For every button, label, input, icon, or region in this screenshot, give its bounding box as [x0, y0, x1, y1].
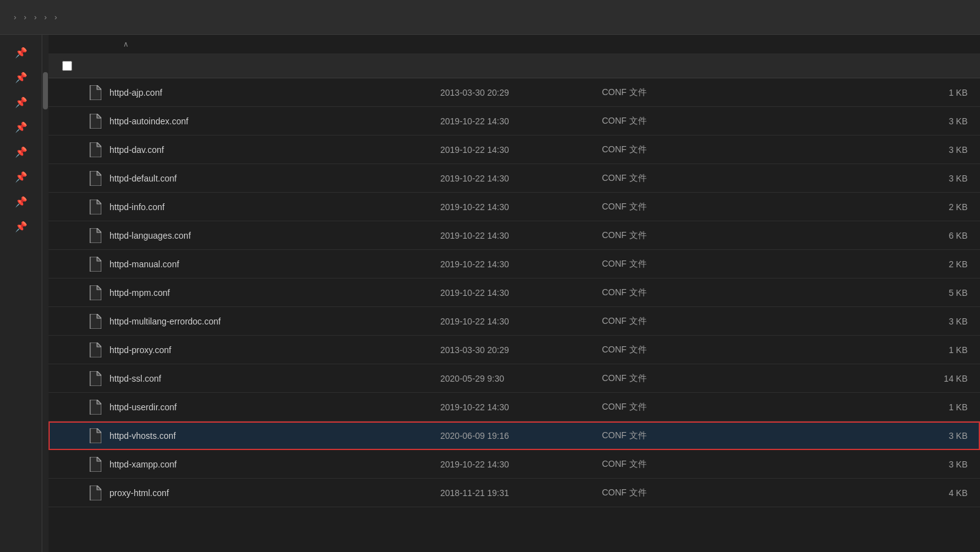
file-date: 2013-03-30 20:29	[440, 88, 602, 98]
file-size: 3 KB	[726, 173, 980, 183]
file-type: CONF 文件	[602, 144, 726, 155]
file-size: 1 KB	[726, 402, 980, 412]
table-row[interactable]: httpd-userdir.conf 2019-10-22 14:30 CONF…	[49, 393, 980, 421]
file-type: CONF 文件	[602, 487, 726, 499]
sidebar: 📌📌📌📌📌📌📌📌	[0, 35, 42, 552]
file-icon	[86, 285, 104, 300]
file-size: 3 KB	[726, 145, 980, 155]
file-size: 6 KB	[726, 231, 980, 241]
file-size: 3 KB	[726, 116, 980, 126]
table-row[interactable]: httpd-languages.conf 2019-10-22 14:30 CO…	[49, 221, 980, 250]
breadcrumb-bar: › › › › ›	[0, 0, 980, 35]
table-row[interactable]: httpd-info.conf 2019-10-22 14:30 CONF 文件…	[49, 193, 980, 221]
file-icon	[86, 457, 104, 472]
file-name: httpd-proxy.conf	[104, 345, 440, 355]
file-date: 2019-10-22 14:30	[440, 288, 602, 298]
file-type: CONF 文件	[602, 459, 726, 470]
sidebar-pin-1[interactable]: 📌	[9, 66, 34, 88]
file-icon	[86, 314, 104, 329]
file-name: httpd-xampp.conf	[104, 459, 440, 469]
file-size: 3 KB	[726, 459, 980, 469]
file-date: 2020-06-09 19:16	[440, 431, 602, 441]
file-icon	[86, 114, 104, 129]
file-name: httpd-userdir.conf	[104, 402, 440, 412]
file-name: proxy-html.conf	[104, 488, 440, 498]
file-name: httpd-multilang-errordoc.conf	[104, 316, 440, 326]
table-row[interactable]: httpd-ajp.conf 2013-03-30 20:29 CONF 文件 …	[49, 78, 980, 107]
sort-up-arrow-icon: ∧	[123, 40, 129, 48]
sidebar-pin-0[interactable]: 📌	[9, 41, 34, 63]
file-icon	[86, 428, 104, 443]
table-row[interactable]: httpd-manual.conf 2019-10-22 14:30 CONF …	[49, 250, 980, 278]
sidebar-pin-4[interactable]: 📌	[9, 140, 34, 163]
table-row[interactable]: proxy-html.conf 2018-11-21 19:31 CONF 文件…	[49, 479, 980, 507]
breadcrumb-sep-1: ›	[24, 12, 26, 22]
file-name: httpd-info.conf	[104, 202, 440, 212]
file-size: 1 KB	[726, 345, 980, 355]
table-row[interactable]: httpd-xampp.conf 2019-10-22 14:30 CONF 文…	[49, 450, 980, 479]
table-row[interactable]: httpd-default.conf 2019-10-22 14:30 CONF…	[49, 164, 980, 193]
file-type: CONF 文件	[602, 430, 726, 441]
file-name: httpd-default.conf	[104, 173, 440, 183]
file-date: 2019-10-22 14:30	[440, 316, 602, 326]
file-list[interactable]: httpd-ajp.conf 2013-03-30 20:29 CONF 文件 …	[49, 78, 980, 552]
table-row[interactable]: httpd-autoindex.conf 2019-10-22 14:30 CO…	[49, 107, 980, 136]
file-date: 2019-10-22 14:30	[440, 202, 602, 212]
file-size: 3 KB	[726, 316, 980, 326]
table-row[interactable]: httpd-mpm.conf 2019-10-22 14:30 CONF 文件 …	[49, 278, 980, 307]
file-size: 2 KB	[726, 202, 980, 212]
sidebar-scroll[interactable]	[42, 35, 49, 552]
file-type: CONF 文件	[602, 344, 726, 356]
file-type: CONF 文件	[602, 402, 726, 413]
sidebar-pin-7[interactable]: 📌	[9, 215, 34, 237]
file-type: CONF 文件	[602, 373, 726, 384]
file-date: 2019-10-22 14:30	[440, 259, 602, 269]
file-type: CONF 文件	[602, 173, 726, 184]
file-date: 2019-10-22 14:30	[440, 145, 602, 155]
file-size: 14 KB	[726, 374, 980, 384]
file-icon	[86, 228, 104, 243]
file-type: CONF 文件	[602, 116, 726, 127]
file-date: 2020-05-29 9:30	[440, 374, 602, 384]
breadcrumb-sep-4: ›	[54, 12, 57, 22]
file-type: CONF 文件	[602, 287, 726, 298]
breadcrumb-sep-0: ›	[14, 12, 16, 22]
file-size: 4 KB	[726, 488, 980, 498]
table-row[interactable]: httpd-dav.conf 2019-10-22 14:30 CONF 文件 …	[49, 136, 980, 164]
select-all-checkbox[interactable]	[62, 61, 72, 71]
file-date: 2019-10-22 14:30	[440, 173, 602, 183]
header-checkbox-cell[interactable]	[49, 61, 86, 71]
breadcrumb-sep-3: ›	[44, 12, 47, 22]
table-row[interactable]: httpd-proxy.conf 2013-03-30 20:29 CONF 文…	[49, 336, 980, 364]
table-row[interactable]: httpd-vhosts.conf 2020-06-09 19:16 CONF …	[49, 421, 980, 450]
file-icon	[86, 371, 104, 386]
sidebar-pin-5[interactable]: 📌	[9, 165, 34, 188]
file-date: 2019-10-22 14:30	[440, 402, 602, 412]
table-row[interactable]: httpd-ssl.conf 2020-05-29 9:30 CONF 文件 1…	[49, 364, 980, 393]
file-size: 2 KB	[726, 259, 980, 269]
file-size: 1 KB	[726, 88, 980, 98]
file-icon	[86, 142, 104, 157]
file-name: httpd-autoindex.conf	[104, 116, 440, 126]
file-area: ∧ httpd-ajp.conf 2013-03-30 20:2	[49, 35, 980, 552]
file-date: 2018-11-21 19:31	[440, 488, 602, 498]
file-icon	[86, 257, 104, 272]
file-name: httpd-ssl.conf	[104, 374, 440, 384]
file-name: httpd-mpm.conf	[104, 288, 440, 298]
sidebar-pin-3[interactable]: 📌	[9, 116, 34, 138]
file-date: 2019-10-22 14:30	[440, 231, 602, 241]
file-date: 2019-10-22 14:30	[440, 116, 602, 126]
file-type: CONF 文件	[602, 230, 726, 241]
file-type: CONF 文件	[602, 316, 726, 327]
file-icon	[86, 400, 104, 415]
sidebar-pin-2[interactable]: 📌	[9, 91, 34, 113]
file-size: 3 KB	[726, 431, 980, 441]
file-size: 5 KB	[726, 288, 980, 298]
file-icon	[86, 343, 104, 357]
sidebar-scrollbar-thumb[interactable]	[43, 72, 48, 109]
file-icon	[86, 200, 104, 214]
column-header	[49, 53, 980, 78]
file-name: httpd-vhosts.conf	[104, 431, 440, 441]
sidebar-pin-6[interactable]: 📌	[9, 190, 34, 213]
table-row[interactable]: httpd-multilang-errordoc.conf 2019-10-22…	[49, 307, 980, 336]
